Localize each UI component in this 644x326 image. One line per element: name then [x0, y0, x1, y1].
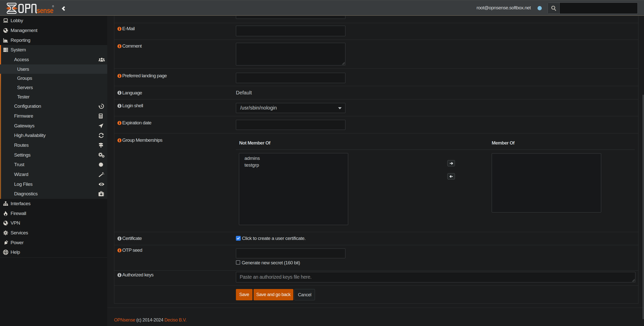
svg-text:sense: sense [37, 6, 53, 14]
svg-text:®: ® [52, 5, 54, 8]
